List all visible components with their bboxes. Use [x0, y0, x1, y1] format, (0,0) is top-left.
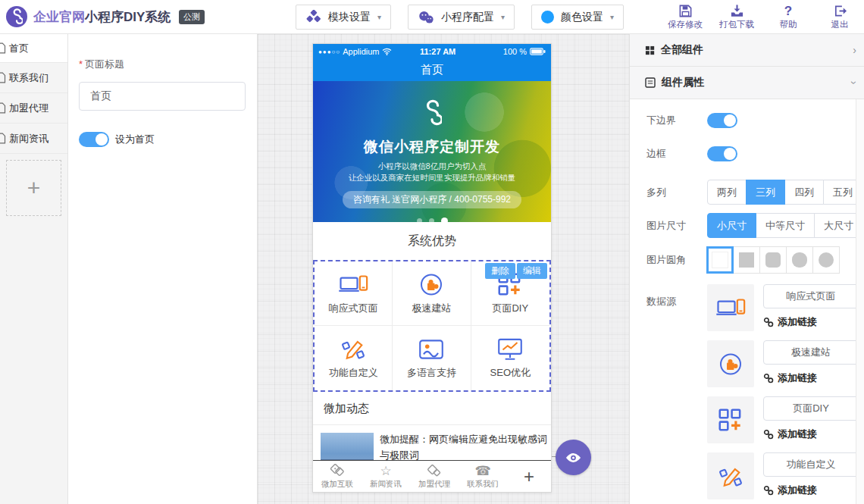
- news-item-title: 微加提醒：网页编辑应避免出现敏感词与极限词: [380, 431, 551, 460]
- radius-option-rounded[interactable]: [759, 246, 787, 274]
- save-label: 保存修改: [668, 19, 703, 30]
- add-tab-button[interactable]: +: [507, 461, 551, 493]
- preview-eye-button[interactable]: [556, 440, 591, 475]
- sidebar-item-agency[interactable]: 加盟代理: [0, 93, 67, 124]
- tag-icon: [427, 464, 442, 478]
- tab-weijia[interactable]: 微加互联: [313, 461, 362, 493]
- size-option-medium[interactable]: 中等尺寸: [756, 213, 815, 238]
- columns-option-3[interactable]: 三列: [746, 180, 785, 205]
- radius-option-circle[interactable]: [812, 246, 840, 274]
- advantages-section-title[interactable]: 系统优势: [313, 222, 551, 260]
- page-title-input[interactable]: [79, 82, 246, 111]
- chain-link-icon: [763, 317, 774, 327]
- grid-item-speed-build[interactable]: 极速建站: [393, 261, 471, 326]
- page-title-label: *页面标题: [79, 57, 245, 71]
- color-settings-button[interactable]: 颜色设置 ▾: [531, 5, 624, 30]
- sidebar-item-home[interactable]: 首页: [0, 34, 67, 63]
- datasource-name-input[interactable]: [763, 396, 859, 421]
- clock-label: 11:27 AM: [372, 47, 502, 56]
- sidebar-item-news[interactable]: 新闻资讯: [0, 124, 67, 154]
- tab-news[interactable]: ☆ 新闻资讯: [362, 461, 410, 493]
- s-logo-icon: [422, 99, 442, 127]
- radius-option-rounder[interactable]: [786, 246, 813, 274]
- add-link-button[interactable]: 添加链接: [763, 484, 859, 497]
- add-link-button[interactable]: 添加链接: [763, 371, 859, 385]
- radius-option-square[interactable]: [733, 246, 760, 274]
- grid-item-responsive[interactable]: 响应式页面: [315, 261, 393, 326]
- document-icon: [0, 133, 6, 144]
- download-label: 打包下载: [719, 19, 754, 30]
- add-page-button[interactable]: +: [6, 160, 61, 216]
- save-button[interactable]: 保存修改: [665, 4, 705, 30]
- laptop-phone-icon: [338, 272, 368, 297]
- banner-widget[interactable]: 微信小程序定制开发 小程序以微信8亿用户为切入点 让企业以及商家在短时间里实现提…: [313, 81, 551, 222]
- phone-status-bar: ●●●○○ Applidium 11:27 AM 100 %: [313, 44, 551, 59]
- miniprogram-config-button[interactable]: 小程序配置 ▾: [408, 5, 515, 30]
- image-size-segmented-control: 小尺寸 中等尺寸 大尺寸: [707, 213, 863, 238]
- help-button[interactable]: ? 帮助: [769, 4, 808, 30]
- carousel-dots: [417, 218, 448, 224]
- selected-grid-widget[interactable]: 删除 编辑 响应式页面 极速建站 页面DIY: [313, 260, 551, 392]
- datasource-item-custom-function: 添加链接: [707, 452, 859, 499]
- grid-item-multi-language[interactable]: 多语言支持: [393, 326, 471, 390]
- custom-function-icon: [707, 452, 754, 499]
- exit-label: 退出: [831, 19, 849, 30]
- battery-icon: [530, 48, 546, 55]
- tab-contact[interactable]: ☎ 联系我们: [459, 461, 507, 493]
- speed-build-icon: [707, 340, 754, 387]
- news-section-title[interactable]: 微加动态: [313, 392, 551, 425]
- grid-item-custom-function[interactable]: 功能自定义: [315, 326, 393, 390]
- app-title-primary: 企业官网: [33, 10, 85, 24]
- module-settings-button[interactable]: 模块设置 ▾: [296, 5, 391, 30]
- app-title-secondary: 小程序DIY系统: [85, 10, 171, 24]
- s-logo-icon: [11, 8, 23, 25]
- news-thumbnail: 网站编辑: [321, 433, 374, 460]
- package-download-button[interactable]: 打包下载: [717, 4, 756, 30]
- columns-option-4[interactable]: 四列: [784, 180, 824, 205]
- battery-percent: 100 %: [503, 47, 527, 56]
- add-link-button[interactable]: 添加链接: [763, 315, 859, 329]
- size-option-small[interactable]: 小尺寸: [707, 213, 756, 238]
- page-list-sidebar: 首页 联系我们 加盟代理 新闻资讯 +: [0, 34, 68, 504]
- banner-subtitle: 小程序以微信8亿用户为切入点 让企业以及商家在短时间里实现提升品牌和销量: [349, 161, 516, 183]
- sidebar-item-contact[interactable]: 联系我们: [0, 63, 67, 93]
- banner-title: 微信小程序定制开发: [364, 137, 500, 157]
- edit-widget-button[interactable]: 编辑: [517, 263, 547, 279]
- set-home-toggle[interactable]: [79, 132, 109, 147]
- plus-icon: +: [27, 175, 41, 201]
- tab-agency[interactable]: 加盟代理: [410, 461, 459, 493]
- delete-widget-button[interactable]: 删除: [485, 263, 515, 279]
- columns-option-2[interactable]: 两列: [707, 180, 747, 205]
- component-props-header[interactable]: 组件属性 ›: [630, 67, 864, 99]
- question-mark-icon: ?: [784, 4, 792, 18]
- image-size-row: 图片尺寸 小尺寸 中等尺寸 大尺寸: [646, 213, 864, 238]
- floppy-save-icon: [678, 4, 693, 18]
- widget-action-buttons: 删除 编辑: [485, 263, 547, 279]
- inspector-scrollbar[interactable]: [856, 99, 864, 504]
- radius-option-none[interactable]: [706, 246, 734, 274]
- image-radius-row: 图片圆角: [646, 246, 864, 274]
- image-radius-options: [707, 246, 840, 274]
- grid-item-seo[interactable]: SEO优化: [471, 326, 549, 390]
- document-icon: [0, 72, 6, 83]
- exit-button[interactable]: 退出: [820, 4, 859, 30]
- bottom-border-toggle[interactable]: [707, 113, 737, 128]
- miniprogram-config-label: 小程序配置: [441, 11, 494, 24]
- beta-badge: 公测: [179, 10, 205, 24]
- datasource-name-input[interactable]: [763, 284, 859, 308]
- speed-build-icon: [418, 272, 445, 297]
- set-home-row: 设为首页: [79, 132, 245, 147]
- datasource-name-input[interactable]: [763, 340, 859, 365]
- document-icon: [0, 42, 6, 54]
- datasource-name-input[interactable]: [763, 452, 859, 477]
- all-components-header[interactable]: 全部组件 ›: [630, 34, 864, 67]
- phone-nav-bar: 首页: [313, 59, 551, 81]
- app-root: 企业官网小程序DIY系统 公测 模块设置 ▾ 小程序配置 ▾ 颜色设置 ▾: [0, 0, 864, 504]
- news-item[interactable]: 网站编辑 微加提醒：网页编辑应避免出现敏感词与极限词: [313, 425, 551, 460]
- header-menus: 模块设置 ▾ 小程序配置 ▾ 颜色设置 ▾: [296, 5, 624, 30]
- border-toggle[interactable]: [707, 146, 737, 161]
- document-icon: [0, 102, 6, 114]
- add-link-button[interactable]: 添加链接: [763, 427, 859, 441]
- chain-link-icon: [763, 373, 774, 383]
- caret-down-icon: ▾: [610, 13, 614, 21]
